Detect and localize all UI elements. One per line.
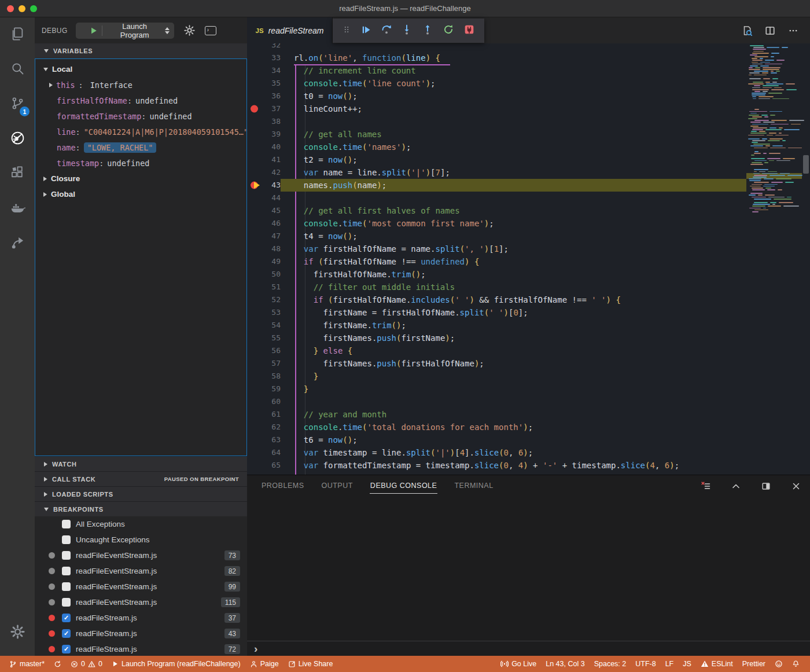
variables-tree[interactable]: Localthis:InterfacefirstHalfOfName:undef… [35, 58, 247, 456]
status-item-lf[interactable]: LF [661, 656, 679, 672]
gutter[interactable]: 36 [247, 90, 281, 102]
gutter[interactable]: 63 [247, 434, 281, 446]
maximize-panel-icon[interactable] [731, 482, 741, 491]
gutter[interactable]: 53 [247, 306, 281, 319]
gutter[interactable]: 56 [247, 344, 281, 357]
status-item-paige[interactable]: Paige [245, 656, 284, 672]
close-panel-icon[interactable] [791, 482, 801, 491]
status-item-eslint[interactable]: ESLint [696, 656, 738, 672]
gutter[interactable]: 37 [247, 102, 281, 115]
breakpoint-item[interactable]: ✓readFileStream.js43 [35, 626, 247, 641]
gutter[interactable]: 45 [247, 204, 281, 217]
checkbox[interactable]: ✓ [62, 629, 71, 638]
breakpoint-toggle-uncaught-exceptions[interactable]: Uncaught Exceptions [35, 532, 247, 548]
gutter[interactable]: 65 [247, 459, 281, 472]
breakpoint-item[interactable]: readFileEventStream.js73 [35, 548, 247, 563]
variables-section-header[interactable]: VARIABLES [35, 43, 247, 58]
status-item-bell[interactable] [787, 656, 804, 672]
checkbox[interactable]: ✓ [62, 614, 71, 622]
gutter[interactable]: 50 [247, 268, 281, 281]
status-item-utf-8[interactable]: UTF-8 [631, 656, 660, 672]
step-out-button[interactable] [422, 24, 433, 37]
checkbox[interactable] [62, 535, 71, 544]
activity-item-settings[interactable] [0, 615, 35, 650]
open-changes-search-icon[interactable] [742, 25, 752, 36]
gutter[interactable]: 32 [247, 43, 281, 52]
debug-settings-gear-icon[interactable] [183, 24, 196, 36]
editor-scrollbar[interactable] [802, 43, 810, 475]
gutter[interactable]: 64 [247, 446, 281, 459]
clear-console-icon[interactable] [701, 482, 710, 491]
variable-line[interactable]: line:"C00401224|A|M6|P|201804059101545…" [35, 124, 246, 139]
more-actions-icon[interactable] [788, 25, 798, 36]
panel-tab-output[interactable]: OUTPUT [321, 479, 353, 493]
gutter[interactable]: 35 [247, 77, 281, 90]
gutter[interactable]: 61 [247, 408, 281, 421]
close-window-button[interactable] [7, 5, 14, 12]
breakpoint-item[interactable]: readFileEventStream.js82 [35, 563, 247, 579]
restart-button[interactable] [443, 24, 454, 37]
status-item-launch-program-readfilechallenge[interactable]: Launch Program (readFileChallenge) [107, 656, 245, 672]
gutter[interactable]: 52 [247, 293, 281, 306]
disconnect-button[interactable] [464, 24, 474, 37]
drag-handle[interactable] [343, 25, 351, 36]
gutter[interactable]: 59 [247, 383, 281, 395]
gutter[interactable]: 40 [247, 141, 281, 153]
status-item-js[interactable]: JS [678, 656, 696, 672]
gutter[interactable]: 58 [247, 370, 281, 383]
breakpoint-glyph[interactable] [251, 105, 258, 113]
debug-console-output[interactable] [247, 497, 810, 641]
gutter[interactable]: 60 [247, 395, 281, 408]
tab-readfilestream[interactable]: JS readFileStream [247, 17, 333, 43]
variable-timestamp[interactable]: timestamp:undefined [35, 155, 246, 171]
variable-firstHalfOfName[interactable]: firstHalfOfName:undefined [35, 93, 246, 108]
gutter[interactable]: 47 [247, 230, 281, 243]
status-item-master[interactable]: master* [5, 656, 49, 672]
activity-item-live-share[interactable] [0, 226, 35, 260]
breakpoint-item[interactable]: ✓readFileStream.js72 [35, 641, 247, 656]
gutter[interactable]: 57 [247, 357, 281, 370]
scrollbar-slider[interactable] [803, 155, 809, 174]
gutter[interactable]: 41 [247, 153, 281, 166]
status-item-go-live[interactable]: Go Live [496, 656, 541, 672]
gutter[interactable]: 44 [247, 192, 281, 204]
breakpoint-item[interactable]: readFileEventStream.js99 [35, 579, 247, 594]
status-item-spaces-2[interactable]: Spaces: 2 [590, 656, 631, 672]
activity-item-search[interactable] [0, 52, 35, 87]
panel-tab-debug-console[interactable]: DEBUG CONSOLE [370, 479, 438, 494]
code-editor[interactable]: 3233rl.on('line', function(line) {34 // … [247, 43, 810, 475]
gutter[interactable]: 43 [247, 179, 281, 192]
gutter[interactable]: 55 [247, 332, 281, 344]
checkbox[interactable]: ✓ [62, 645, 71, 653]
checkbox[interactable] [62, 582, 71, 591]
gutter[interactable]: 33 [247, 52, 281, 64]
gutter[interactable]: 34 [247, 64, 281, 77]
gutter[interactable]: 49 [247, 255, 281, 268]
breakpoint-toggle-all-exceptions[interactable]: All Exceptions [35, 516, 247, 532]
checkbox[interactable] [62, 551, 71, 560]
gutter[interactable]: 48 [247, 243, 281, 255]
status-item-prettier[interactable]: Prettier [738, 656, 770, 672]
checkbox[interactable] [62, 567, 71, 575]
variables-scope-local[interactable]: Local [35, 61, 246, 77]
start-debug-icon[interactable] [90, 27, 98, 35]
status-item-smiley[interactable] [770, 656, 787, 672]
section-header-breakpoints[interactable]: BREAKPOINTS [35, 501, 247, 516]
activity-item-source-control[interactable]: 1 [0, 87, 35, 122]
variables-scope-closure[interactable]: Closure [35, 171, 246, 186]
gutter[interactable]: 38 [247, 115, 281, 128]
launch-config-dropdown[interactable]: Launch Program [76, 23, 174, 39]
checkbox[interactable] [62, 520, 71, 528]
checkbox[interactable] [62, 598, 71, 607]
status-item-live-share[interactable]: Live Share [284, 656, 338, 672]
minimize-window-button[interactable] [19, 5, 25, 12]
section-header-call-stack[interactable]: CALL STACKPAUSED ON BREAKPOINT [35, 471, 247, 486]
activity-item-debug[interactable] [0, 122, 35, 156]
status-item-sync[interactable] [49, 656, 66, 672]
status-item-0[interactable]: 00 [66, 656, 107, 672]
gutter[interactable]: 42 [247, 166, 281, 179]
gutter[interactable]: 54 [247, 319, 281, 332]
section-header-loaded-scripts[interactable]: LOADED SCRIPTS [35, 486, 247, 501]
debug-console-toggle-icon[interactable]: › [205, 26, 216, 35]
panel-tab-problems[interactable]: PROBLEMS [261, 479, 304, 493]
